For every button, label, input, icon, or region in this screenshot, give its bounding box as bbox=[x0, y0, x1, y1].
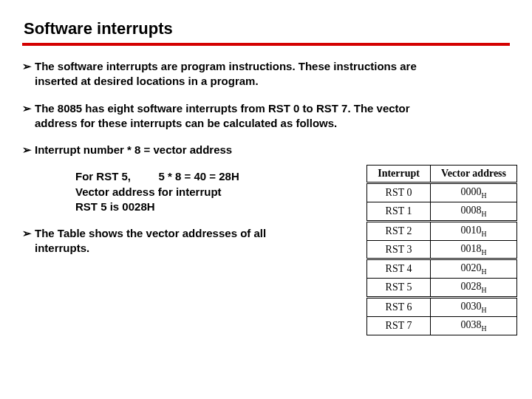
interrupt-name: RST 6 bbox=[367, 298, 431, 317]
vector-address-table: Interrupt Vector address RST 0 0000H RST… bbox=[366, 165, 517, 335]
title-underline bbox=[22, 43, 510, 46]
interrupt-name: RST 0 bbox=[367, 183, 431, 202]
interrupt-addr: 0000H bbox=[430, 183, 516, 202]
table-row: RST 6 0030H bbox=[367, 298, 517, 317]
table-row: RST 0 0000H bbox=[367, 183, 517, 202]
example-line-3: RST 5 is 0028H bbox=[75, 200, 312, 214]
vector-address-table-wrap: Interrupt Vector address RST 0 0000H RST… bbox=[366, 165, 517, 335]
interrupt-addr: 0038H bbox=[430, 316, 516, 335]
bullet-1: ➢ The software interrupts are program in… bbox=[22, 59, 421, 89]
bullet-3: ➢ Interrupt number * 8 = vector address bbox=[22, 143, 421, 157]
bullet-3-text: Interrupt number * 8 = vector address bbox=[35, 143, 232, 157]
table-row: RST 3 0018H bbox=[367, 240, 517, 259]
slide: Software interrupts ➢ The software inter… bbox=[0, 0, 532, 399]
bullet-arrow-icon: ➢ bbox=[22, 226, 32, 241]
interrupt-addr: 0010H bbox=[430, 221, 516, 240]
slide-title: Software interrupts bbox=[24, 19, 510, 38]
interrupt-name: RST 5 bbox=[367, 279, 431, 298]
bullet-2: ➢ The 8085 has eight software interrupts… bbox=[22, 101, 421, 132]
example-block: For RST 5, 5 * 8 = 40 = 28H Vector addre… bbox=[75, 169, 312, 214]
bullet-4: ➢ The Table shows the vector addresses o… bbox=[22, 226, 288, 256]
bullet-arrow-icon: ➢ bbox=[22, 59, 32, 74]
bullet-arrow-icon: ➢ bbox=[22, 143, 32, 157]
interrupt-addr: 0020H bbox=[430, 259, 516, 279]
example-line-1: For RST 5, 5 * 8 = 40 = 28H bbox=[75, 169, 312, 184]
table-row: RST 7 0038H bbox=[367, 316, 517, 335]
interrupt-addr: 0028H bbox=[430, 279, 516, 298]
table-header-row: Interrupt Vector address bbox=[367, 166, 517, 183]
interrupt-addr: 0030H bbox=[430, 298, 516, 317]
example-line-2: Vector address for interrupt bbox=[75, 185, 312, 200]
table-row: RST 4 0020H bbox=[367, 259, 517, 279]
table-row: RST 5 0028H bbox=[367, 279, 517, 298]
table-row: RST 2 0010H bbox=[367, 221, 517, 240]
table-header-interrupt: Interrupt bbox=[367, 166, 431, 183]
interrupt-addr: 0008H bbox=[430, 202, 516, 222]
lower-content: For RST 5, 5 * 8 = 40 = 28H Vector addre… bbox=[22, 169, 510, 256]
interrupt-name: RST 3 bbox=[367, 240, 431, 259]
interrupt-name: RST 2 bbox=[367, 221, 431, 240]
bullet-arrow-icon: ➢ bbox=[22, 101, 32, 116]
bullet-4-text: The Table shows the vector addresses of … bbox=[35, 226, 288, 256]
bullet-1-text: The software interrupts are program inst… bbox=[35, 59, 421, 89]
table-row: RST 1 0008H bbox=[367, 202, 517, 222]
interrupt-name: RST 1 bbox=[367, 202, 431, 222]
interrupt-addr: 0018H bbox=[430, 240, 516, 259]
bullet-2-text: The 8085 has eight software interrupts f… bbox=[35, 101, 421, 132]
interrupt-name: RST 7 bbox=[367, 316, 431, 335]
interrupt-name: RST 4 bbox=[367, 259, 431, 279]
table-header-vector: Vector address bbox=[430, 166, 516, 183]
